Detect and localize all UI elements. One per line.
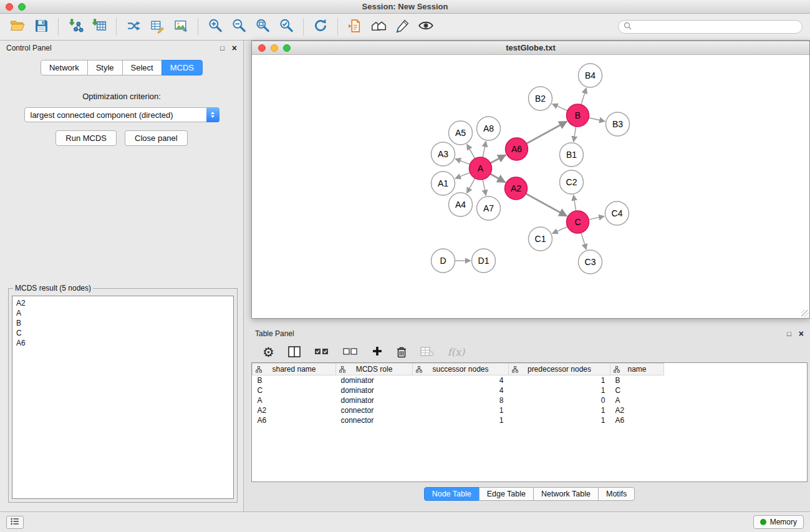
export-image-button[interactable] bbox=[170, 16, 192, 37]
cell-successor-nodes[interactable]: 4 bbox=[413, 385, 509, 395]
cell-predecessor-nodes[interactable]: 1 bbox=[509, 415, 610, 425]
graph-edge-C-C1[interactable] bbox=[552, 226, 567, 233]
minimize-network-window-button[interactable] bbox=[271, 44, 278, 52]
graph-node-A7[interactable]: A7 bbox=[477, 196, 501, 220]
deselect-all-icon[interactable] bbox=[343, 347, 358, 356]
resize-grip[interactable] bbox=[801, 310, 809, 317]
graph-edge-A-A4[interactable] bbox=[467, 178, 475, 193]
graph-node-A3[interactable]: A3 bbox=[432, 142, 455, 166]
import-network-button[interactable] bbox=[64, 16, 87, 37]
style-brush-button[interactable] bbox=[391, 16, 413, 37]
graph-edge-B-B1[interactable] bbox=[574, 127, 576, 142]
graph-node-B2[interactable]: B2 bbox=[529, 87, 552, 110]
cell-name[interactable]: A6 bbox=[610, 415, 664, 425]
select-all-icon[interactable] bbox=[314, 347, 329, 356]
table-row[interactable]: Adominator80A bbox=[253, 395, 664, 405]
graph-node-B3[interactable]: B3 bbox=[606, 112, 630, 136]
close-window-button[interactable] bbox=[6, 3, 13, 11]
graph-edge-A-A3[interactable] bbox=[455, 159, 470, 165]
cell-mcds-role[interactable]: dominator bbox=[336, 395, 413, 405]
graph-node-C2[interactable]: C2 bbox=[560, 170, 584, 194]
cell-mcds-role[interactable]: dominator bbox=[336, 385, 413, 395]
tab-motifs[interactable]: Motifs bbox=[598, 487, 635, 501]
snapshot-button[interactable] bbox=[344, 16, 366, 37]
mcds-result-item[interactable]: B bbox=[16, 318, 229, 328]
cell-successor-nodes[interactable]: 1 bbox=[413, 415, 509, 425]
optimization-criterion-select[interactable]: largest connected component (directed) bbox=[24, 107, 219, 122]
network-canvas[interactable]: AA6A2BCA5A8A3A1A4A7B2B4B3B1C2C4C1C3DD1 bbox=[252, 55, 809, 318]
graph-node-C[interactable]: C bbox=[567, 211, 589, 233]
tab-style[interactable]: Style bbox=[87, 60, 123, 75]
search-input[interactable] bbox=[635, 22, 797, 31]
graph-edge-A-A1[interactable] bbox=[455, 173, 470, 179]
table-row[interactable]: A2connector11A2 bbox=[253, 405, 664, 415]
graph-node-A1[interactable]: A1 bbox=[432, 172, 455, 195]
cell-mcds-role[interactable]: connector bbox=[336, 415, 413, 425]
close-network-window-button[interactable] bbox=[258, 44, 266, 52]
zoom-window-button[interactable] bbox=[18, 3, 26, 11]
cell-name[interactable]: A2 bbox=[610, 405, 664, 415]
graph-edge-C-C4[interactable] bbox=[589, 216, 604, 220]
graph-node-A5[interactable]: A5 bbox=[449, 121, 473, 145]
cell-shared-name[interactable]: B bbox=[253, 375, 336, 385]
zoom-in-button[interactable] bbox=[204, 16, 226, 37]
column-header-successor-nodes[interactable]: successor nodes bbox=[413, 364, 509, 375]
graph-edge-A-A2[interactable] bbox=[490, 174, 505, 182]
tab-select[interactable]: Select bbox=[122, 60, 162, 75]
table-row[interactable]: Bdominator41B bbox=[253, 375, 664, 385]
column-header-mcds-role[interactable]: MCDS role bbox=[336, 364, 413, 375]
tab-network[interactable]: Network bbox=[41, 60, 88, 75]
tab-edge-table[interactable]: Edge Table bbox=[479, 487, 534, 501]
mcds-result-list[interactable]: A2ABCA6 bbox=[12, 296, 234, 499]
cell-mcds-role[interactable]: dominator bbox=[336, 375, 413, 385]
show-hide-button[interactable] bbox=[415, 16, 437, 37]
float-panel-icon[interactable]: □ bbox=[220, 45, 224, 52]
graph-edge-A2-C[interactable] bbox=[526, 194, 567, 216]
refresh-button[interactable] bbox=[309, 16, 332, 37]
graph-node-A6[interactable]: A6 bbox=[506, 138, 528, 160]
network-arrows-button[interactable] bbox=[122, 16, 145, 37]
gear-icon[interactable]: ⚙ bbox=[263, 346, 274, 359]
cell-successor-nodes[interactable]: 8 bbox=[413, 395, 509, 405]
graph-node-A[interactable]: A bbox=[470, 157, 492, 180]
graph-node-B4[interactable]: B4 bbox=[579, 64, 602, 87]
cell-name[interactable]: C bbox=[610, 385, 664, 395]
tab-node-table[interactable]: Node Table bbox=[424, 487, 480, 501]
tab-network-table[interactable]: Network Table bbox=[533, 487, 599, 501]
graph-edge-A-A6[interactable] bbox=[490, 155, 506, 163]
cell-name[interactable]: A bbox=[610, 395, 664, 405]
zoom-fit-button[interactable] bbox=[251, 16, 274, 37]
mcds-result-item[interactable]: A bbox=[16, 308, 229, 318]
edit-table-button[interactable] bbox=[146, 16, 168, 37]
cell-mcds-role[interactable]: connector bbox=[336, 405, 413, 415]
save-session-button[interactable] bbox=[30, 16, 52, 37]
open-session-button[interactable] bbox=[6, 16, 29, 37]
cell-shared-name[interactable]: A bbox=[253, 395, 336, 405]
graph-node-D1[interactable]: D1 bbox=[472, 249, 496, 273]
memory-button[interactable]: Memory bbox=[753, 515, 804, 529]
graph-node-A4[interactable]: A4 bbox=[449, 193, 473, 216]
cell-shared-name[interactable]: A6 bbox=[253, 415, 336, 425]
graph-node-A2[interactable]: A2 bbox=[505, 177, 528, 200]
cell-shared-name[interactable]: A2 bbox=[253, 405, 336, 415]
zoom-out-button[interactable] bbox=[228, 16, 250, 37]
graph-edge-B-B3[interactable] bbox=[589, 118, 605, 122]
add-icon[interactable] bbox=[372, 346, 383, 359]
graph-node-B[interactable]: B bbox=[567, 104, 589, 127]
graph-edge-C-C3[interactable] bbox=[581, 233, 586, 249]
column-header-shared-name[interactable]: shared name bbox=[253, 364, 336, 375]
delete-icon[interactable] bbox=[397, 346, 407, 358]
column-header-name[interactable]: name bbox=[610, 364, 664, 375]
graph-node-D[interactable]: D bbox=[432, 249, 455, 273]
task-history-button[interactable] bbox=[6, 516, 24, 529]
run-mcds-button[interactable]: Run MCDS bbox=[55, 130, 117, 146]
cell-shared-name[interactable]: C bbox=[253, 385, 336, 395]
column-header-predecessor-nodes[interactable]: predecessor nodes bbox=[509, 364, 610, 375]
graph-node-C4[interactable]: C4 bbox=[605, 201, 629, 225]
cell-predecessor-nodes[interactable]: 1 bbox=[509, 375, 610, 385]
graph-node-A8[interactable]: A8 bbox=[477, 117, 501, 140]
float-table-panel-icon[interactable]: □ bbox=[787, 331, 791, 337]
graph-node-C1[interactable]: C1 bbox=[529, 227, 552, 251]
first-neighbors-button[interactable] bbox=[367, 16, 390, 37]
cell-successor-nodes[interactable]: 1 bbox=[413, 405, 509, 415]
